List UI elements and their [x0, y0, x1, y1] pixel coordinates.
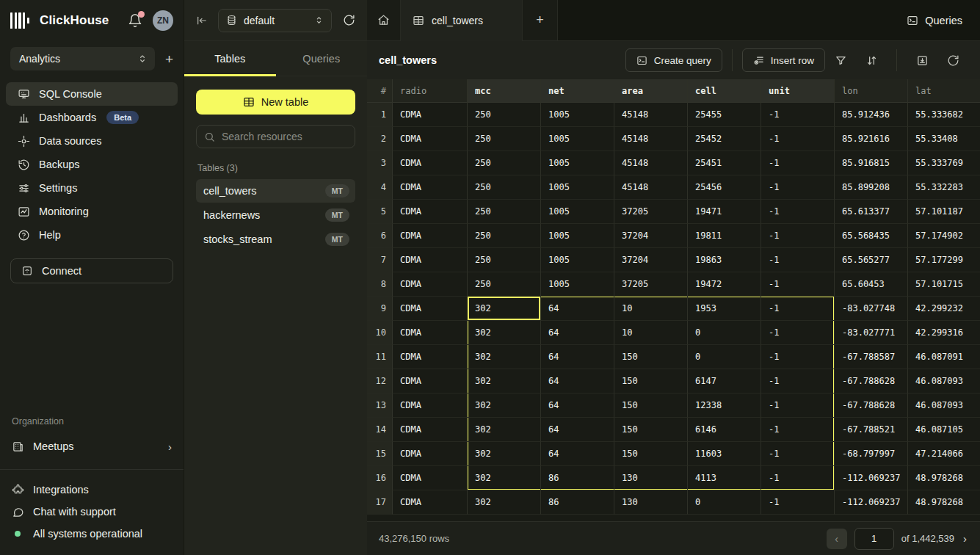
table-cell[interactable]: 0	[688, 345, 761, 369]
table-cell[interactable]: 86	[541, 466, 614, 490]
table-cell[interactable]: 302	[468, 418, 541, 442]
table-cell[interactable]: 1005	[541, 272, 614, 297]
column-header[interactable]: lat	[908, 79, 980, 103]
table-cell[interactable]: CDMA	[393, 466, 468, 490]
table-cell[interactable]: 42.299232	[908, 297, 980, 321]
table-cell[interactable]: 19471	[688, 200, 761, 224]
download-button[interactable]	[910, 48, 934, 72]
table-cell[interactable]: CDMA	[393, 272, 468, 297]
table-cell[interactable]: 11603	[688, 442, 761, 466]
table-cell[interactable]: -68.797997	[835, 442, 908, 466]
table-cell[interactable]: 37205	[614, 272, 688, 297]
sidebar-item-integrations[interactable]: Integrations	[12, 479, 172, 501]
search-input[interactable]	[222, 131, 347, 142]
row-number[interactable]: 10	[367, 321, 393, 345]
table-cell[interactable]: CDMA	[393, 103, 468, 127]
column-header[interactable]: area	[614, 79, 688, 103]
add-workspace-button[interactable]: +	[165, 52, 173, 66]
column-header[interactable]: net	[541, 79, 614, 103]
table-cell[interactable]: 19811	[688, 224, 761, 248]
table-cell[interactable]: CDMA	[393, 393, 468, 418]
table-cell[interactable]: 10	[614, 297, 688, 321]
table-cell[interactable]: 250	[468, 151, 541, 175]
table-cell[interactable]: 130	[614, 466, 688, 490]
sidebar-item-monitoring[interactable]: Monitoring	[6, 200, 178, 223]
table-cell[interactable]: CDMA	[393, 224, 468, 248]
resource-item-stocks-stream[interactable]: stocks_stream MT	[196, 228, 355, 251]
table-cell[interactable]: -112.069237	[835, 466, 908, 490]
table-cell[interactable]: 12338	[688, 393, 761, 418]
insert-row-button[interactable]: Insert row	[742, 48, 825, 72]
table-cell[interactable]: 1005	[541, 151, 614, 175]
table-cell[interactable]: CDMA	[393, 297, 468, 321]
sidebar-item-help[interactable]: Help	[6, 223, 178, 247]
row-number[interactable]: 7	[367, 248, 393, 272]
table-cell[interactable]: 25452	[688, 127, 761, 151]
row-number[interactable]: 1	[367, 103, 393, 127]
table-cell[interactable]: 0	[688, 490, 761, 515]
row-number[interactable]: 15	[367, 442, 393, 466]
table-cell[interactable]: 4113	[688, 466, 761, 490]
table-cell[interactable]: 46.087091	[908, 345, 980, 369]
table-cell[interactable]: 48.978268	[908, 466, 980, 490]
table-cell[interactable]: 0	[688, 321, 761, 345]
collapse-panel-button[interactable]	[193, 12, 211, 29]
prev-page-button[interactable]: ‹	[827, 529, 847, 549]
table-cell[interactable]: -67.788521	[835, 418, 908, 442]
table-cell[interactable]: -67.788628	[835, 369, 908, 393]
row-number[interactable]: 11	[367, 345, 393, 369]
system-status[interactable]: All systems operational	[12, 523, 172, 545]
sidebar-item-sql-console[interactable]: SQL Console	[6, 82, 178, 106]
table-cell[interactable]: 150	[614, 345, 688, 369]
table-cell[interactable]: 57.101187	[908, 200, 980, 224]
table-cell[interactable]: 64	[541, 369, 614, 393]
table-cell[interactable]: 37205	[614, 200, 688, 224]
avatar[interactable]: ZN	[153, 10, 173, 31]
tab-queries[interactable]: Queries	[276, 41, 368, 76]
table-cell[interactable]: 150	[614, 442, 688, 466]
table-cell[interactable]: -1	[761, 369, 835, 393]
row-number[interactable]: 17	[367, 490, 393, 515]
table-cell[interactable]: CDMA	[393, 345, 468, 369]
table-cell[interactable]: -1	[761, 248, 835, 272]
row-number[interactable]: 5	[367, 200, 393, 224]
table-cell[interactable]: 48.978268	[908, 490, 980, 515]
table-cell[interactable]: 55.33408	[908, 127, 980, 151]
sidebar-item-backups[interactable]: Backups	[6, 153, 178, 176]
table-cell[interactable]: 46.087105	[908, 418, 980, 442]
table-cell[interactable]: 19863	[688, 248, 761, 272]
table-cell[interactable]: 64	[541, 418, 614, 442]
table-cell[interactable]: 1005	[541, 200, 614, 224]
table-cell[interactable]: 57.101715	[908, 272, 980, 297]
table-cell[interactable]: -1	[761, 466, 835, 490]
column-header[interactable]: radio	[393, 79, 468, 103]
tab-cell-towers[interactable]: cell_towers	[401, 0, 523, 41]
table-cell[interactable]: 250	[468, 175, 541, 200]
table-cell[interactable]: 65.565277	[835, 248, 908, 272]
column-header[interactable]: mcc	[468, 79, 541, 103]
table-cell[interactable]: 85.912436	[835, 103, 908, 127]
row-number[interactable]: 2	[367, 127, 393, 151]
table-cell[interactable]: 302	[468, 466, 541, 490]
table-cell[interactable]: 302	[468, 442, 541, 466]
table-cell[interactable]: 250	[468, 272, 541, 297]
row-number[interactable]: 3	[367, 151, 393, 175]
table-cell[interactable]: 42.299316	[908, 321, 980, 345]
home-button[interactable]	[367, 0, 401, 41]
workspace-select[interactable]: Analytics	[10, 47, 155, 70]
table-cell[interactable]: 150	[614, 369, 688, 393]
create-query-button[interactable]: Create query	[625, 48, 722, 72]
table-cell[interactable]: 302	[468, 490, 541, 515]
table-cell[interactable]: -1	[761, 200, 835, 224]
row-number[interactable]: 12	[367, 369, 393, 393]
next-page-button[interactable]: ›	[962, 532, 968, 545]
tab-tables[interactable]: Tables	[184, 41, 276, 76]
table-cell[interactable]: -1	[761, 224, 835, 248]
table-cell[interactable]: 85.899208	[835, 175, 908, 200]
table-cell[interactable]: -1	[761, 321, 835, 345]
table-cell[interactable]: 302	[468, 369, 541, 393]
sort-button[interactable]	[859, 48, 884, 72]
table-cell[interactable]: 250	[468, 224, 541, 248]
table-cell[interactable]: -1	[761, 297, 835, 321]
row-number[interactable]: 13	[367, 393, 393, 418]
